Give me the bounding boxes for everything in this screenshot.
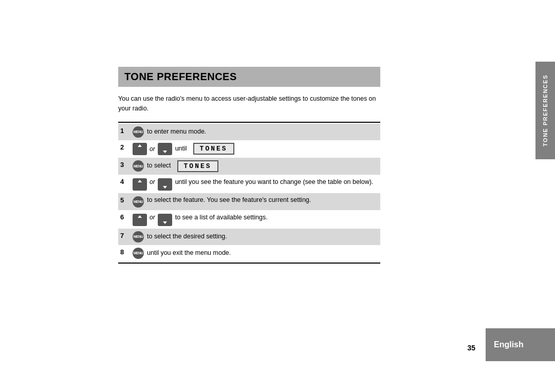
step-row-1: 1 MENU to enter menu mode. xyxy=(118,124,380,140)
step-4-content: or until you see the feature you want to… xyxy=(132,177,378,191)
page-container: TONE PREFERENCES 35 English TONE PREFERE… xyxy=(0,0,555,392)
arrow-up-icon-6 xyxy=(138,215,142,218)
step-row-4: 4 or until you see the feature you want … xyxy=(118,175,380,193)
nav-up-btn-2 xyxy=(133,143,147,155)
nav-down-down-2 xyxy=(158,149,172,155)
step-2-or: or xyxy=(150,145,155,153)
nav-down-down-6 xyxy=(158,220,172,226)
arrow-down-icon-6 xyxy=(163,221,167,224)
arrow-up-icon-2 xyxy=(138,144,142,147)
step-7-text: to select the desired setting. xyxy=(147,232,227,241)
nav-up-arrow-2 xyxy=(133,143,147,149)
main-content: TONE PREFERENCES You can use the radio's… xyxy=(118,67,380,264)
step-1-text: to enter menu mode. xyxy=(147,127,206,137)
step-3-content: MENU to select TONES xyxy=(132,160,378,172)
nav-down-arrow-2 xyxy=(133,149,147,155)
step-number-1: 1 xyxy=(120,126,132,135)
step-6-or: or xyxy=(150,214,155,221)
menu-button-icon-8: MENU xyxy=(133,248,144,259)
step-8-content: MENU until you exit the menu mode. xyxy=(132,248,378,259)
step-row-3: 3 MENU to select TONES xyxy=(118,158,380,175)
step-number-6: 6 xyxy=(120,213,132,221)
step-number-4: 4 xyxy=(120,177,132,185)
menu-button-icon-7: MENU xyxy=(133,231,144,242)
lcd-display-3: TONES xyxy=(177,160,218,172)
nav-up-down-4 xyxy=(133,184,147,191)
menu-button-icon-3: MENU xyxy=(133,160,144,172)
step-7-content: MENU to select the desired setting. xyxy=(132,231,378,242)
step-5-content: MENU to select the feature. You see the … xyxy=(132,196,378,208)
step-row-5: 5 MENU to select the feature. You see th… xyxy=(118,193,380,210)
nav-up-arrow-6 xyxy=(133,214,147,220)
step-number-5: 5 xyxy=(120,196,132,204)
menu-button-icon-1: MENU xyxy=(133,126,144,138)
nav-down-up-6 xyxy=(158,214,172,220)
english-label: English xyxy=(494,340,524,349)
sidebar-tone-tab: TONE PREFERENCES xyxy=(535,62,555,159)
nav-down-up-4 xyxy=(158,178,172,184)
step-5-text: to select the feature. You see the featu… xyxy=(147,196,311,205)
nav-up-btn-6 xyxy=(133,214,147,226)
step-2-until: until xyxy=(175,144,187,154)
step-8-text: until you exit the menu mode. xyxy=(147,249,231,258)
nav-down-btn-2 xyxy=(158,143,172,155)
step-4-or: or xyxy=(150,178,155,185)
arrow-up-icon-4 xyxy=(138,180,142,182)
step-6-text: to see a list of available settings. xyxy=(175,213,378,222)
step-row-8: 8 MENU until you exit the menu mode. xyxy=(118,245,380,262)
menu-button-icon-5: MENU xyxy=(133,196,144,208)
intro-paragraph: You can use the radio's menu to access u… xyxy=(118,94,380,114)
step-row-7: 7 MENU to select the desired setting. xyxy=(118,229,380,245)
nav-down-up-2 xyxy=(158,143,172,149)
step-number-7: 7 xyxy=(120,231,132,239)
step-2-content: or until TONES xyxy=(132,143,378,155)
nav-down-btn-4 xyxy=(158,178,172,191)
nav-down-down-4 xyxy=(158,184,172,191)
step-4-text: until you see the feature you want to ch… xyxy=(175,177,378,187)
nav-down-btn-6 xyxy=(158,214,172,226)
english-tab: English xyxy=(486,328,555,361)
page-number: 35 xyxy=(467,344,475,352)
step-number-2: 2 xyxy=(120,143,132,151)
step-6-content: or to see a list of available settings. xyxy=(132,213,378,226)
step-number-8: 8 xyxy=(120,248,132,256)
lcd-display-2: TONES xyxy=(193,143,234,155)
steps-bottom-rule xyxy=(118,263,380,264)
arrow-down-icon-2 xyxy=(163,151,167,153)
step-1-content: MENU to enter menu mode. xyxy=(132,126,378,138)
step-row-6: 6 or to see a list of available settings… xyxy=(118,210,380,229)
step-3-text: to select xyxy=(147,161,171,171)
arrow-down-icon-4 xyxy=(163,186,167,189)
nav-up-arrow-4 xyxy=(133,178,147,184)
title-box: TONE PREFERENCES xyxy=(118,67,380,87)
nav-up-down-6 xyxy=(133,220,147,226)
step-row-2: 2 or until TONES xyxy=(118,140,380,158)
sidebar-tone-label: TONE PREFERENCES xyxy=(542,74,548,146)
page-title: TONE PREFERENCES xyxy=(124,71,237,82)
steps-top-rule xyxy=(118,122,380,123)
step-number-3: 3 xyxy=(120,160,132,169)
nav-up-btn-4 xyxy=(133,178,147,191)
